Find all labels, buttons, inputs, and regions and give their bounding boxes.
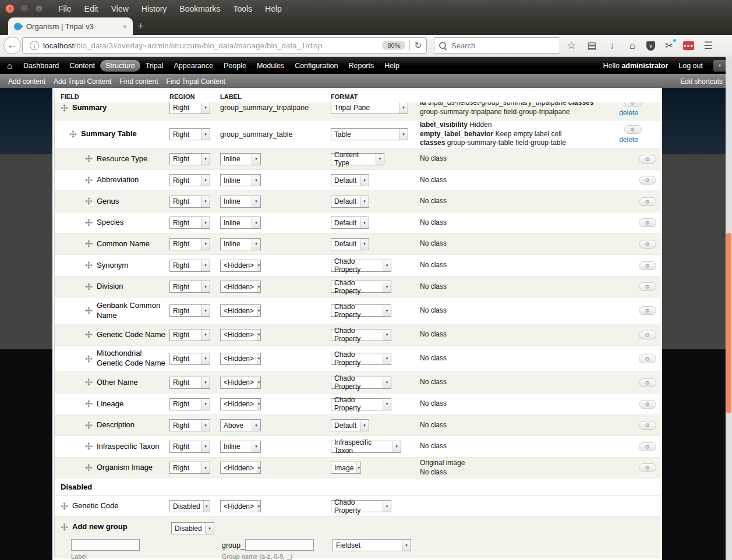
region-select[interactable]: Right▾ — [169, 260, 210, 272]
window-close-button[interactable]: × — [5, 4, 15, 13]
toolbar-home-icon[interactable]: ⌂ — [7, 61, 12, 70]
format-select[interactable]: Tripal Pane▾ — [331, 102, 408, 114]
drag-handle-icon[interactable] — [85, 378, 93, 386]
region-select[interactable]: Right▾ — [169, 353, 210, 365]
settings-gear-button[interactable]: ⚙ — [639, 176, 656, 185]
region-select[interactable]: Right▾ — [169, 441, 210, 453]
format-select[interactable]: Default▾ — [331, 196, 369, 208]
shortcut-find-tripal-content[interactable]: Find Tripal Content — [167, 77, 225, 86]
settings-gear-button[interactable]: ⚙ — [639, 155, 656, 164]
region-select[interactable]: Right▾ — [169, 174, 210, 186]
menu-view[interactable]: View — [105, 4, 135, 13]
drag-handle-icon[interactable] — [85, 283, 93, 290]
region-select[interactable]: Right▾ — [169, 128, 210, 140]
toolbar-configuration[interactable]: Configuration — [289, 60, 343, 72]
toolbar-appearance[interactable]: Appearance — [169, 60, 218, 72]
region-select[interactable]: Right▾ — [169, 238, 210, 250]
window-minimize-button[interactable]: – — [20, 4, 29, 13]
menu-edit[interactable]: Edit — [78, 4, 105, 13]
label-select[interactable]: <Hidden>▾ — [220, 462, 261, 474]
new-tab-button[interactable]: + — [137, 20, 144, 33]
label-select[interactable]: Inline▾ — [220, 196, 261, 208]
menu-bookmarks[interactable]: Bookmarks — [173, 4, 227, 13]
page-scrollbar[interactable] — [726, 56, 732, 560]
format-select[interactable]: Table▾ — [331, 128, 408, 140]
region-select[interactable]: Right▾ — [169, 304, 210, 317]
label-select[interactable]: Above▾ — [220, 419, 261, 431]
browser-tab[interactable]: Organism | Tripal v3 × — [8, 17, 133, 35]
zoom-level-badge[interactable]: 80% — [382, 41, 405, 50]
hamburger-menu-icon[interactable]: ☰ — [702, 40, 715, 52]
delete-link[interactable]: delete — [619, 109, 638, 117]
drag-handle-icon[interactable] — [61, 104, 68, 112]
search-box[interactable] — [434, 37, 560, 54]
format-select[interactable]: Infraspecific Taxon▾ — [331, 441, 401, 453]
label-select[interactable]: <Hidden>▾ — [220, 500, 261, 512]
settings-gear-button[interactable]: ⚙ — [639, 355, 656, 363]
screenshot-extension-icon[interactable]: ✂ — [663, 40, 676, 52]
drag-handle-icon[interactable] — [85, 176, 93, 184]
label-select[interactable]: Inline▾ — [220, 217, 261, 229]
toolbar-content[interactable]: Content — [64, 60, 100, 72]
downloads-icon[interactable]: ↓ — [606, 40, 618, 52]
delete-link[interactable]: delete — [619, 136, 638, 144]
drag-handle-icon[interactable] — [85, 261, 93, 269]
bookmark-star-icon[interactable]: ☆ — [565, 40, 578, 52]
settings-gear-button[interactable]: ⚙ — [639, 331, 656, 339]
format-select[interactable]: Default▾ — [331, 217, 369, 229]
red-extension-icon[interactable]: ●●● — [683, 41, 694, 50]
shortcut-add-tripal-content[interactable]: Add Tripal Content — [54, 77, 111, 86]
region-select[interactable]: Right▾ — [169, 102, 210, 114]
shortcut-find-content[interactable]: Find content — [119, 77, 158, 86]
region-select[interactable]: Disabled▾ — [171, 522, 214, 534]
label-select[interactable]: Inline▾ — [220, 153, 261, 165]
settings-gear-button[interactable]: ⚙ — [639, 421, 656, 430]
format-select[interactable]: Default▾ — [331, 174, 369, 186]
region-select[interactable]: Disabled▾ — [169, 500, 210, 512]
label-select[interactable]: <Hidden>▾ — [220, 398, 261, 410]
drag-handle-icon[interactable] — [85, 240, 93, 247]
region-select[interactable]: Right▾ — [169, 329, 210, 341]
format-select[interactable]: Chado Property▾ — [331, 353, 391, 365]
format-select[interactable]: Chado Property▾ — [331, 304, 391, 317]
format-select[interactable]: Image▾ — [331, 462, 361, 474]
back-button[interactable]: ← — [3, 37, 21, 54]
format-select[interactable]: Chado Property▾ — [331, 329, 391, 341]
region-select[interactable]: Right▾ — [169, 419, 210, 431]
drag-handle-icon[interactable] — [85, 307, 93, 314]
label-select[interactable]: <Hidden>▾ — [220, 304, 261, 317]
logout-link[interactable]: Log out — [678, 62, 703, 70]
format-select[interactable]: Content Type▾ — [331, 153, 384, 165]
settings-gear-button[interactable]: ⚙ — [639, 306, 656, 315]
settings-gear-button[interactable]: ⚙ — [639, 463, 656, 472]
scrollbar-thumb[interactable] — [726, 233, 731, 413]
label-select[interactable]: <Hidden>▾ — [220, 329, 261, 341]
label-select[interactable]: <Hidden>▾ — [220, 281, 261, 293]
pocket-shield-icon[interactable]: ∨ — [646, 41, 655, 51]
group-name-input[interactable] — [245, 539, 314, 551]
drag-handle-icon[interactable] — [69, 130, 77, 138]
format-select[interactable]: Chado Property▾ — [331, 377, 391, 389]
settings-gear-button[interactable]: ⚙ — [639, 218, 656, 227]
window-maximize-button[interactable]: □ — [34, 4, 44, 13]
format-select[interactable]: Chado Property▾ — [331, 500, 391, 512]
toolbar-people[interactable]: People — [218, 60, 252, 72]
toolbar-modules[interactable]: Modules — [252, 60, 289, 72]
format-select[interactable]: Chado Property▾ — [331, 260, 391, 272]
label-select[interactable]: <Hidden>▾ — [220, 377, 261, 389]
label-select[interactable]: Inline▾ — [220, 238, 261, 250]
label-select[interactable]: Inline▾ — [220, 441, 261, 453]
reading-list-icon[interactable]: ▤ — [585, 40, 598, 52]
site-info-icon[interactable]: i — [30, 41, 39, 50]
drag-handle-icon[interactable] — [85, 442, 93, 450]
drag-handle-icon[interactable] — [85, 421, 93, 429]
region-select[interactable]: Right▾ — [169, 153, 210, 165]
format-select[interactable]: Default▾ — [331, 419, 369, 431]
settings-gear-button[interactable]: ⚙ — [639, 197, 656, 206]
settings-gear-button[interactable]: ⚙ — [639, 442, 656, 451]
format-select[interactable]: Chado Property▾ — [331, 398, 391, 410]
label-select[interactable]: Inline▾ — [220, 174, 261, 186]
drag-handle-icon[interactable] — [85, 400, 93, 407]
toolbar-tripal[interactable]: Tripal — [140, 60, 169, 72]
toolbar-reports[interactable]: Reports — [343, 60, 379, 72]
